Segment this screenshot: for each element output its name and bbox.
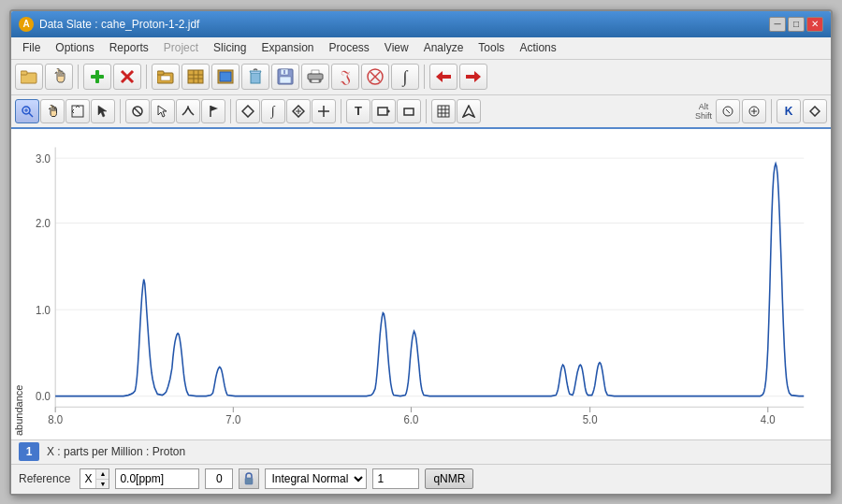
x-value-spinner[interactable]: X ▲ ▼ [80,468,109,489]
x-spinner-up[interactable]: ▲ [96,469,109,480]
menu-view[interactable]: View [377,39,416,56]
svg-rect-9 [188,70,203,83]
lock-icon-button[interactable] [239,468,259,489]
flag-button[interactable] [201,99,225,123]
window-controls[interactable]: ─ □ ✕ [769,17,823,32]
svg-rect-19 [280,77,291,83]
svg-rect-8 [161,76,170,80]
shift-button[interactable] [742,99,766,123]
svg-marker-69 [810,107,820,116]
chart-inner[interactable]: 0.0 1.0 2.0 3.0 8.0 7.0 6.0 5.0 4.0 [26,129,831,439]
svg-marker-48 [242,106,254,117]
x-spinner-down[interactable]: ▼ [96,480,109,489]
k-button[interactable]: K [777,99,801,123]
svg-rect-57 [404,108,414,115]
minimize-button[interactable]: ─ [769,17,786,32]
save-button[interactable] [271,64,299,90]
x-value: X [80,472,95,485]
svg-marker-30 [474,71,481,82]
annotation-tools-group: T [346,99,421,123]
svg-text:4.0: 4.0 [761,412,776,426]
pan-button[interactable] [40,99,65,123]
app-icon: A [19,17,34,32]
menu-analyze[interactable]: Analyze [416,39,472,56]
titlebar: A Data Slate : cahe_Proton-1-2.jdf ─ □ ✕ [11,11,831,37]
svg-marker-56 [388,109,390,113]
text-tool-button[interactable]: T [346,99,370,123]
menu-actions[interactable]: Actions [512,39,563,56]
menu-slicing[interactable]: Slicing [206,39,254,56]
rect-button[interactable] [397,99,421,123]
menu-project[interactable]: Project [156,39,206,56]
shift-label: Shift [695,111,712,121]
qnmr-button[interactable]: qNMR [425,468,473,489]
menu-process[interactable]: Process [322,39,377,56]
menu-options[interactable]: Options [48,39,101,56]
y-axis-label: abundance [11,129,26,439]
select-button[interactable] [91,99,115,123]
folder2-button[interactable] [152,64,180,90]
chart-area: abundance 0.0 1.0 2.0 [11,129,831,439]
maximize-button[interactable]: □ [788,17,805,32]
zoom-button[interactable] [15,99,39,123]
svg-rect-3 [91,75,104,79]
arrow-left-button[interactable] [429,64,457,90]
open-folder-button[interactable] [15,64,43,90]
svg-rect-1 [21,71,27,75]
status-text: X : parts per Million : Proton [47,445,185,458]
grid-button[interactable] [181,64,210,90]
status-badge: 1 [19,442,39,461]
svg-marker-63 [463,106,474,117]
box-arrow-button[interactable] [371,99,396,123]
add-button[interactable] [83,64,111,90]
integral3-button[interactable]: ∫ [261,99,285,123]
expand-button[interactable] [803,99,827,123]
compass-button[interactable] [457,99,481,123]
menu-expansion[interactable]: Expansion [254,39,321,56]
svg-text:1.0: 1.0 [36,303,51,317]
svg-rect-91 [245,478,253,484]
peak-pick-button[interactable] [176,99,200,123]
edit-region-button[interactable] [286,99,311,123]
svg-rect-31 [466,75,475,79]
svg-marker-44 [158,106,167,117]
integral-mode-select[interactable]: Integral Normal [266,469,366,488]
zoom-fit-button[interactable] [65,99,90,123]
delete-button[interactable] [113,64,141,90]
svg-rect-36 [72,106,83,117]
menu-tools[interactable]: Tools [471,39,512,56]
bucket-button[interactable] [241,64,269,90]
num-input[interactable] [205,468,233,489]
nmr-chart[interactable]: 0.0 1.0 2.0 3.0 8.0 7.0 6.0 5.0 4.0 [26,137,823,439]
integral-mode-select-wrapper[interactable]: Integral Normal [265,468,367,489]
cancel-circle-button[interactable] [361,64,389,90]
cursor2-button[interactable] [151,99,175,123]
hand-tool-button[interactable] [45,64,73,90]
menu-file[interactable]: File [15,39,48,56]
stack-button[interactable] [211,64,240,90]
window-title: Data Slate : cahe_Proton-1-2.jdf [39,18,199,31]
integral-button[interactable]: ∫ [391,64,419,90]
svg-line-43 [134,108,141,115]
alt-button[interactable] [716,99,740,123]
svg-marker-47 [210,106,218,111]
script-button[interactable]: 𝔍 [331,64,359,90]
svg-rect-15 [220,72,231,81]
toolbar-main: 𝔍 ∫ [11,60,831,95]
erase-button[interactable] [125,99,150,123]
integral-value-input[interactable] [372,468,419,489]
ppm-input[interactable] [115,468,199,489]
alt-label: Alt [699,102,709,111]
svg-rect-20 [283,70,285,74]
grid3-button[interactable] [431,99,456,123]
diamond-button[interactable] [236,99,260,123]
toolbar-tools: ∫ T [11,95,831,129]
svg-text:0.0: 0.0 [36,389,51,403]
close-button[interactable]: ✕ [806,17,823,32]
titlebar-left: A Data Slate : cahe_Proton-1-2.jdf [19,17,199,32]
menu-reports[interactable]: Reports [102,39,156,56]
crosshair-button[interactable] [312,99,336,123]
menubar: File Options Reports Project Slicing Exp… [11,37,831,60]
arrow-right-button[interactable] [459,64,487,90]
print-button[interactable] [301,64,329,90]
